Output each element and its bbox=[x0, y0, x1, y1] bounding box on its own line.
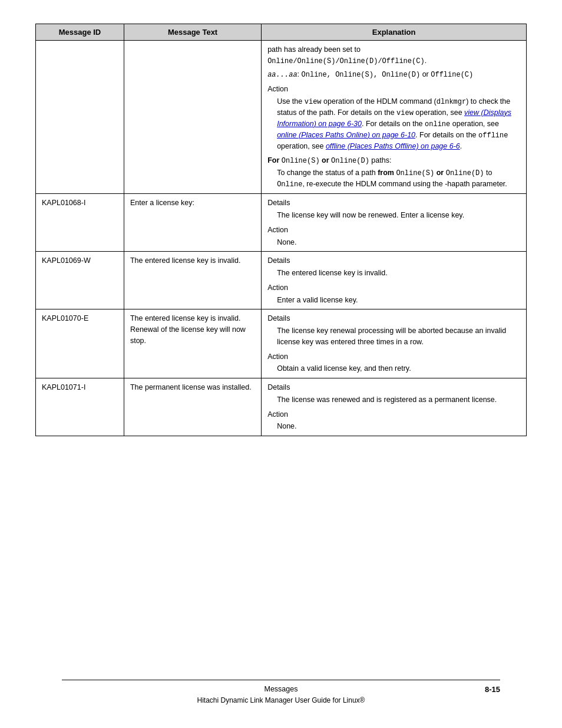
explanation-text: To change the status of a path from Onli… bbox=[277, 167, 520, 190]
table-row: KAPL01068-I Enter a license key: Details… bbox=[36, 194, 527, 252]
inline-code: view bbox=[396, 109, 414, 117]
cell-message: The entered license key is invalid. bbox=[124, 252, 261, 309]
section-label-details: Details bbox=[267, 197, 520, 209]
link-view-displays[interactable]: view (Displays Information) on page 6-30 bbox=[277, 108, 511, 128]
cell-explanation: path has already been set to Online/Onli… bbox=[262, 41, 527, 194]
inline-code: Online/Online(S)/Online(D)/Offline(C) bbox=[267, 57, 424, 65]
explanation-text: path has already been set to Online/Onli… bbox=[267, 44, 520, 67]
inline-code: Online(S) bbox=[282, 157, 320, 165]
section-label-details: Details bbox=[267, 313, 520, 324]
section-label-action: Action bbox=[267, 409, 520, 420]
section-label-details: Details bbox=[267, 255, 520, 266]
cell-explanation: Details The entered license key is inval… bbox=[262, 252, 527, 309]
inline-code: Offline(C) bbox=[431, 71, 473, 79]
col-header-message-text: Message Text bbox=[124, 24, 261, 41]
inline-code: online bbox=[425, 120, 450, 129]
table-row: path has already been set to Online/Onli… bbox=[36, 41, 527, 194]
col-header-message-id: Message ID bbox=[36, 24, 124, 41]
explanation-text: Use the view operation of the HDLM comma… bbox=[277, 96, 520, 152]
inline-code: Online(D) bbox=[331, 157, 369, 165]
inline-code: Online, Online(S), Online(D) bbox=[302, 71, 421, 79]
explanation-text: For Online(S) or Online(D) paths: bbox=[267, 155, 520, 166]
explanation-text: The entered license key is invalid. bbox=[277, 268, 520, 279]
footer-center-text: Messages bbox=[265, 685, 298, 693]
cell-message: The entered license key is invalid. Rene… bbox=[124, 309, 261, 378]
cell-message: The permanent license was installed. bbox=[124, 378, 261, 436]
section-label-action: Action bbox=[267, 351, 520, 363]
cell-explanation: Details The license was renewed and is r… bbox=[262, 378, 527, 436]
section-label-action: Action bbox=[267, 84, 520, 95]
inline-code: Online(D) bbox=[446, 169, 484, 177]
inline-code: dlnkmgr bbox=[437, 98, 466, 106]
cell-id bbox=[36, 41, 124, 194]
inline-code: view bbox=[305, 98, 322, 106]
cell-id: KAPL01071-I bbox=[36, 378, 124, 436]
cell-id: KAPL01070-E bbox=[36, 309, 124, 378]
explanation-text: Enter a valid license key. bbox=[277, 295, 520, 306]
explanation-text: The license key will now be renewed. Ent… bbox=[277, 210, 520, 221]
cell-id: KAPL01068-I bbox=[36, 194, 124, 252]
footer-subtitle: Hitachi Dynamic Link Manager User Guide … bbox=[197, 696, 365, 704]
inline-code-italic: aa...aa bbox=[267, 71, 297, 79]
cell-message bbox=[124, 41, 261, 194]
page-footer: Messages 8-15 Hitachi Dynamic Link Manag… bbox=[0, 680, 562, 704]
explanation-text: Obtain a valid license key, and then ret… bbox=[277, 363, 520, 374]
explanation-text: The license was renewed and is registere… bbox=[277, 394, 520, 406]
section-label-details: Details bbox=[267, 382, 520, 393]
inline-code: Online(S) bbox=[396, 169, 434, 177]
table-row: KAPL01069-W The entered license key is i… bbox=[36, 252, 527, 309]
explanation-text: aa...aa: Online, Online(S), Online(D) or… bbox=[267, 69, 520, 80]
link-offline-places[interactable]: offline (Places Paths Offline) on page 6… bbox=[326, 142, 460, 150]
explanation-text: None. bbox=[277, 237, 520, 248]
col-header-explanation: Explanation bbox=[262, 24, 527, 41]
main-table: Message ID Message Text Explanation path… bbox=[35, 24, 527, 436]
section-label-action: Action bbox=[267, 225, 520, 236]
explanation-text: The license key renewal processing will … bbox=[277, 325, 520, 348]
inline-code: Online bbox=[277, 180, 302, 189]
footer-page-number: 8-15 bbox=[485, 685, 500, 694]
section-label-action: Action bbox=[267, 282, 520, 294]
explanation-text: None. bbox=[277, 421, 520, 432]
page-container: Message ID Message Text Explanation path… bbox=[0, 0, 562, 483]
table-row: KAPL01070-E The entered license key is i… bbox=[36, 309, 527, 378]
table-row: KAPL01071-I The permanent license was in… bbox=[36, 378, 527, 436]
cell-id: KAPL01069-W bbox=[36, 252, 124, 309]
cell-message: Enter a license key: bbox=[124, 194, 261, 252]
inline-code: offline bbox=[478, 131, 508, 140]
cell-explanation: Details The license key renewal processi… bbox=[262, 309, 527, 378]
link-online-places[interactable]: online (Places Paths Online) on page 6-1… bbox=[277, 131, 415, 139]
cell-explanation: Details The license key will now be rene… bbox=[262, 194, 527, 252]
